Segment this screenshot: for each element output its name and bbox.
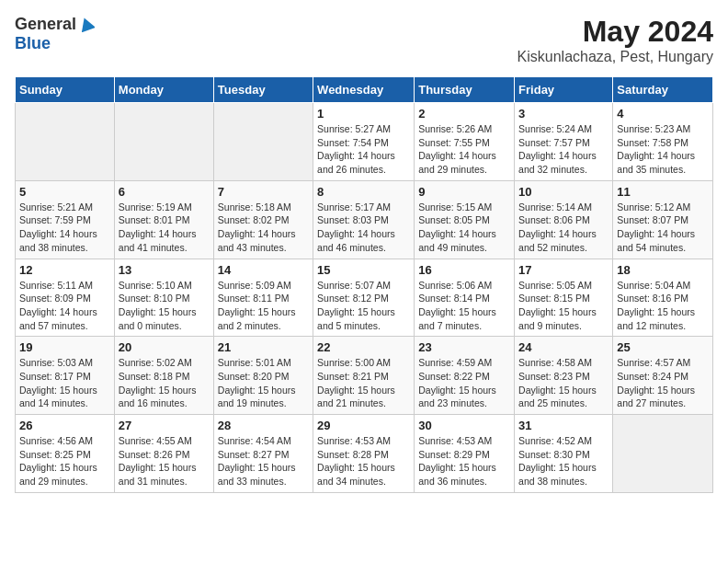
calendar-header-monday: Monday	[114, 77, 213, 103]
calendar-cell: 29Sunrise: 4:53 AMSunset: 8:28 PMDayligh…	[313, 415, 415, 493]
cell-date-number: 20	[119, 340, 210, 354]
cell-date-number: 30	[418, 419, 510, 432]
calendar-cell: 1Sunrise: 5:27 AMSunset: 7:54 PMDaylight…	[313, 103, 415, 181]
calendar-cell	[213, 103, 313, 181]
cell-info: Sunrise: 5:06 AMSunset: 8:14 PMDaylight:…	[418, 279, 510, 333]
calendar-cell: 25Sunrise: 4:57 AMSunset: 8:24 PMDayligh…	[613, 337, 713, 415]
logo-general: General	[15, 15, 76, 34]
calendar-cell: 21Sunrise: 5:01 AMSunset: 8:20 PMDayligh…	[213, 337, 313, 415]
cell-date-number: 29	[317, 419, 410, 432]
header: General Blue May 2024 Kiskunlachaza, Pes…	[15, 15, 713, 65]
cell-info: Sunrise: 5:17 AMSunset: 8:03 PMDaylight:…	[317, 201, 410, 255]
calendar-cell: 15Sunrise: 5:07 AMSunset: 8:12 PMDayligh…	[313, 259, 415, 337]
calendar-cell: 3Sunrise: 5:24 AMSunset: 7:57 PMDaylight…	[515, 103, 613, 181]
cell-info: Sunrise: 5:05 AMSunset: 8:15 PMDaylight:…	[518, 279, 609, 333]
cell-date-number: 11	[617, 185, 709, 199]
cell-date-number: 18	[617, 263, 709, 277]
page-subtitle: Kiskunlachaza, Pest, Hungary	[518, 49, 713, 65]
cell-date-number: 1	[317, 107, 410, 121]
cell-info: Sunrise: 4:53 AMSunset: 8:29 PMDaylight:…	[418, 434, 510, 488]
calendar-cell: 24Sunrise: 4:58 AMSunset: 8:23 PMDayligh…	[515, 337, 613, 415]
cell-date-number: 6	[119, 185, 210, 199]
cell-date-number: 19	[19, 340, 110, 354]
calendar-cell: 10Sunrise: 5:14 AMSunset: 8:06 PMDayligh…	[515, 180, 613, 259]
cell-info: Sunrise: 5:15 AMSunset: 8:05 PMDaylight:…	[418, 201, 510, 255]
calendar-cell: 9Sunrise: 5:15 AMSunset: 8:05 PMDaylight…	[415, 180, 515, 259]
cell-date-number: 23	[418, 340, 510, 354]
cell-date-number: 22	[317, 340, 410, 354]
calendar-body: 1Sunrise: 5:27 AMSunset: 7:54 PMDaylight…	[16, 103, 713, 493]
calendar-cell: 8Sunrise: 5:17 AMSunset: 8:03 PMDaylight…	[313, 180, 415, 259]
cell-date-number: 24	[518, 340, 609, 354]
cell-date-number: 17	[518, 263, 609, 277]
cell-date-number: 5	[19, 185, 110, 199]
calendar-header-row: SundayMondayTuesdayWednesdayThursdayFrid…	[16, 77, 713, 103]
cell-date-number: 21	[218, 340, 309, 354]
calendar-header-tuesday: Tuesday	[213, 77, 313, 103]
calendar-cell: 31Sunrise: 4:52 AMSunset: 8:30 PMDayligh…	[515, 415, 613, 493]
cell-info: Sunrise: 5:07 AMSunset: 8:12 PMDaylight:…	[317, 279, 410, 333]
calendar-header-sunday: Sunday	[16, 77, 115, 103]
logo-blue: Blue	[15, 34, 51, 53]
cell-info: Sunrise: 5:24 AMSunset: 7:57 PMDaylight:…	[518, 122, 609, 177]
svg-marker-0	[78, 16, 95, 32]
cell-date-number: 14	[218, 263, 309, 277]
calendar-cell: 20Sunrise: 5:02 AMSunset: 8:18 PMDayligh…	[114, 337, 213, 415]
calendar-week-1: 1Sunrise: 5:27 AMSunset: 7:54 PMDaylight…	[16, 103, 713, 181]
cell-info: Sunrise: 5:00 AMSunset: 8:21 PMDaylight:…	[317, 356, 410, 410]
calendar-cell: 17Sunrise: 5:05 AMSunset: 8:15 PMDayligh…	[515, 259, 613, 337]
calendar-cell: 30Sunrise: 4:53 AMSunset: 8:29 PMDayligh…	[415, 415, 515, 493]
calendar-cell: 14Sunrise: 5:09 AMSunset: 8:11 PMDayligh…	[213, 259, 313, 337]
cell-info: Sunrise: 5:27 AMSunset: 7:54 PMDaylight:…	[317, 122, 410, 177]
cell-info: Sunrise: 4:59 AMSunset: 8:22 PMDaylight:…	[418, 356, 510, 410]
calendar-cell: 5Sunrise: 5:21 AMSunset: 7:59 PMDaylight…	[16, 180, 115, 259]
calendar-cell: 7Sunrise: 5:18 AMSunset: 8:02 PMDaylight…	[213, 180, 313, 259]
calendar-header-friday: Friday	[515, 77, 613, 103]
calendar-cell: 23Sunrise: 4:59 AMSunset: 8:22 PMDayligh…	[415, 337, 515, 415]
calendar-cell: 28Sunrise: 4:54 AMSunset: 8:27 PMDayligh…	[213, 415, 313, 493]
calendar-header-saturday: Saturday	[613, 77, 713, 103]
cell-date-number: 12	[19, 263, 110, 277]
page-title: May 2024	[518, 15, 713, 49]
cell-date-number: 16	[418, 263, 510, 277]
cell-info: Sunrise: 5:04 AMSunset: 8:16 PMDaylight:…	[617, 279, 709, 333]
cell-date-number: 10	[518, 185, 609, 199]
cell-date-number: 31	[518, 419, 609, 432]
calendar-cell: 27Sunrise: 4:55 AMSunset: 8:26 PMDayligh…	[114, 415, 213, 493]
cell-date-number: 8	[317, 185, 410, 199]
cell-date-number: 26	[19, 419, 110, 432]
cell-info: Sunrise: 5:18 AMSunset: 8:02 PMDaylight:…	[218, 201, 309, 255]
calendar-week-3: 12Sunrise: 5:11 AMSunset: 8:09 PMDayligh…	[16, 259, 713, 337]
cell-info: Sunrise: 5:11 AMSunset: 8:09 PMDaylight:…	[19, 279, 110, 333]
calendar-cell	[16, 103, 115, 181]
cell-date-number: 7	[218, 185, 309, 199]
logo: General Blue	[15, 15, 95, 53]
calendar-cell: 12Sunrise: 5:11 AMSunset: 8:09 PMDayligh…	[16, 259, 115, 337]
cell-date-number: 27	[119, 419, 210, 432]
cell-info: Sunrise: 4:53 AMSunset: 8:28 PMDaylight:…	[317, 434, 410, 488]
calendar-cell: 18Sunrise: 5:04 AMSunset: 8:16 PMDayligh…	[613, 259, 713, 337]
cell-info: Sunrise: 5:19 AMSunset: 8:01 PMDaylight:…	[119, 201, 210, 255]
calendar: SundayMondayTuesdayWednesdayThursdayFrid…	[15, 76, 713, 493]
calendar-cell	[613, 415, 713, 493]
cell-info: Sunrise: 5:12 AMSunset: 8:07 PMDaylight:…	[617, 201, 709, 255]
calendar-header-thursday: Thursday	[415, 77, 515, 103]
cell-info: Sunrise: 4:54 AMSunset: 8:27 PMDaylight:…	[218, 434, 309, 488]
cell-date-number: 25	[617, 340, 709, 354]
cell-info: Sunrise: 4:55 AMSunset: 8:26 PMDaylight:…	[119, 434, 210, 488]
cell-date-number: 13	[119, 263, 210, 277]
cell-info: Sunrise: 4:56 AMSunset: 8:25 PMDaylight:…	[19, 434, 110, 488]
calendar-cell: 26Sunrise: 4:56 AMSunset: 8:25 PMDayligh…	[16, 415, 115, 493]
calendar-header-wednesday: Wednesday	[313, 77, 415, 103]
cell-date-number: 15	[317, 263, 410, 277]
cell-info: Sunrise: 5:02 AMSunset: 8:18 PMDaylight:…	[119, 356, 210, 410]
calendar-week-4: 19Sunrise: 5:03 AMSunset: 8:17 PMDayligh…	[16, 337, 713, 415]
cell-info: Sunrise: 4:57 AMSunset: 8:24 PMDaylight:…	[617, 356, 709, 410]
cell-info: Sunrise: 5:23 AMSunset: 7:58 PMDaylight:…	[617, 122, 709, 177]
cell-date-number: 2	[418, 107, 510, 121]
cell-info: Sunrise: 5:14 AMSunset: 8:06 PMDaylight:…	[518, 201, 609, 255]
calendar-cell: 2Sunrise: 5:26 AMSunset: 7:55 PMDaylight…	[415, 103, 515, 181]
cell-info: Sunrise: 5:10 AMSunset: 8:10 PMDaylight:…	[119, 279, 210, 333]
calendar-week-5: 26Sunrise: 4:56 AMSunset: 8:25 PMDayligh…	[16, 415, 713, 493]
calendar-cell: 4Sunrise: 5:23 AMSunset: 7:58 PMDaylight…	[613, 103, 713, 181]
